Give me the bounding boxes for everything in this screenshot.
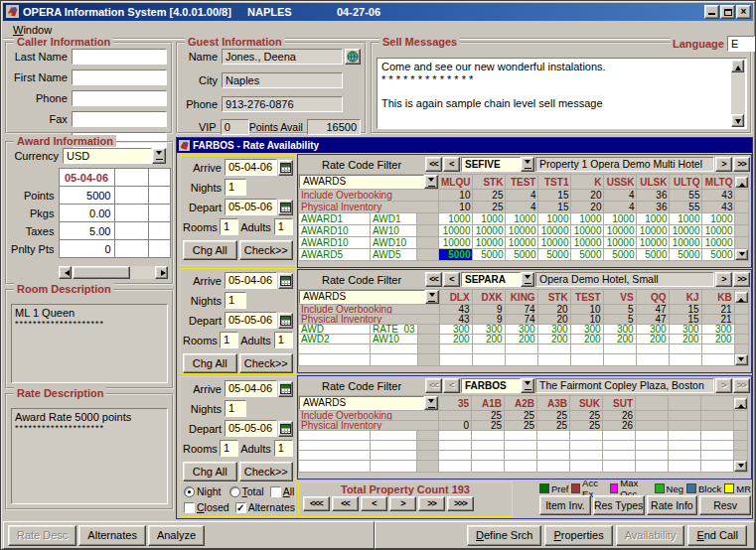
grid-cell[interactable]: 1000 xyxy=(538,213,571,225)
grid-scroll-down[interactable] xyxy=(735,249,749,261)
grid-cell[interactable]: 10 xyxy=(570,305,603,315)
check-button[interactable]: Check>> xyxy=(239,462,294,481)
grid-cell[interactable]: 43 xyxy=(702,190,735,202)
grid-cell[interactable] xyxy=(669,421,701,431)
grid-cell[interactable] xyxy=(701,451,734,461)
grid-cell[interactable]: 10000 xyxy=(571,237,604,249)
rate-name-cell[interactable] xyxy=(371,354,418,366)
grid-cell[interactable] xyxy=(537,461,570,473)
fax-field[interactable] xyxy=(72,111,167,127)
rate-desc-button[interactable]: Rate Desc xyxy=(8,525,76,546)
calendar-icon-button[interactable] xyxy=(278,200,293,215)
grid-cell[interactable] xyxy=(701,461,734,473)
grid-scroll-up[interactable] xyxy=(735,175,749,190)
dropdown-icon[interactable] xyxy=(424,396,438,410)
grid-cell[interactable]: 25 xyxy=(472,421,505,431)
grid-cell[interactable] xyxy=(603,344,636,354)
grid-cell[interactable] xyxy=(669,411,701,421)
resv-button[interactable]: Resv xyxy=(699,495,751,515)
calendar-icon-button[interactable] xyxy=(278,313,293,329)
grid-cell[interactable] xyxy=(701,344,734,354)
grid-cell[interactable]: 9 xyxy=(472,305,505,315)
grid-cell[interactable]: 200 xyxy=(505,335,537,344)
rate-name-cell[interactable] xyxy=(371,344,418,354)
chg-all-button[interactable]: Chg All xyxy=(183,353,237,373)
grid-cell[interactable] xyxy=(701,421,734,431)
grid-cell[interactable] xyxy=(505,431,537,441)
grid-cell[interactable]: 4 xyxy=(506,202,538,213)
rooms-field[interactable]: 1 xyxy=(220,332,238,348)
rate-name-cell[interactable]: AWD10 xyxy=(371,237,417,249)
grid-cell[interactable]: 300 xyxy=(537,325,570,335)
grid-cell[interactable]: 10000 xyxy=(473,225,506,237)
grid-cell[interactable] xyxy=(603,451,636,461)
grid-cell[interactable]: 300 xyxy=(505,325,537,335)
grid-cell[interactable]: 20 xyxy=(571,190,604,202)
rate-code-cell[interactable]: AWARD1 xyxy=(299,213,371,225)
grid-scroll-down[interactable] xyxy=(734,354,748,366)
grid-cell[interactable] xyxy=(636,441,669,451)
grid-cell[interactable]: 300 xyxy=(669,325,701,335)
globe-icon-button[interactable] xyxy=(345,49,361,65)
grid-cell[interactable]: 4 xyxy=(604,190,637,202)
dropdown-icon[interactable] xyxy=(152,148,166,164)
grid-cell[interactable] xyxy=(570,461,603,473)
grid-cell[interactable] xyxy=(570,441,603,451)
taxes-value[interactable]: 5.00 xyxy=(59,222,114,240)
grid-cell[interactable]: 10000 xyxy=(604,237,637,249)
grid-cell[interactable] xyxy=(472,431,505,441)
calendar-icon-button[interactable] xyxy=(278,381,293,397)
chg-all-button[interactable]: Chg All xyxy=(183,462,237,481)
grid-cell[interactable]: 25 xyxy=(505,421,537,431)
grid-cell[interactable]: 200 xyxy=(472,335,505,344)
grid-cell[interactable] xyxy=(472,344,505,354)
properties-button[interactable]: Properties xyxy=(544,525,612,546)
property-last-button[interactable]: >> xyxy=(733,272,750,287)
grid-cell[interactable] xyxy=(570,451,603,461)
property-prev-button[interactable]: < xyxy=(443,378,460,393)
grid-cell[interactable]: 9 xyxy=(472,315,505,325)
grid-cell[interactable]: 20 xyxy=(537,305,570,315)
property-combo[interactable]: FARBOS xyxy=(461,378,534,393)
property-first-button[interactable]: << xyxy=(425,157,442,172)
nights-field[interactable]: 1 xyxy=(225,179,246,196)
rate-name-cell[interactable]: RATE_03 xyxy=(371,325,418,335)
rate-name-cell[interactable]: AWD1 xyxy=(371,213,417,225)
grid-cell[interactable]: 1000 xyxy=(506,213,538,225)
property-first-button[interactable]: << xyxy=(425,378,442,393)
grid-cell[interactable] xyxy=(439,411,472,421)
grid-cell[interactable]: 300 xyxy=(636,325,669,335)
grid-cell[interactable]: 43 xyxy=(439,305,472,315)
availability-button[interactable]: Availability xyxy=(616,525,685,546)
rate-name-cell[interactable] xyxy=(371,461,417,473)
property-combo[interactable]: SEPARA xyxy=(461,272,534,287)
scroll-down-icon[interactable] xyxy=(731,114,744,127)
calendar-icon-button[interactable] xyxy=(278,421,293,437)
grid-cell[interactable] xyxy=(603,461,636,473)
grid-cell[interactable]: 15 xyxy=(669,315,701,325)
grid-cell[interactable]: 10000 xyxy=(637,225,670,237)
dropdown-icon[interactable] xyxy=(425,290,439,304)
property-next-button[interactable]: > xyxy=(715,378,732,393)
nav-prev-button[interactable]: < xyxy=(361,496,387,511)
grid-cell[interactable] xyxy=(669,441,701,451)
nav-first-button[interactable]: <<< xyxy=(303,496,330,511)
grid-cell[interactable]: 1000 xyxy=(473,213,506,225)
grid-cell[interactable] xyxy=(472,441,505,451)
rate-code-cell[interactable]: AWD xyxy=(299,325,371,335)
points-avail-field[interactable]: 16500 xyxy=(307,119,361,135)
grid-cell[interactable]: 5 xyxy=(603,305,636,315)
grid-cell[interactable] xyxy=(439,461,472,473)
grid-cell[interactable]: 20 xyxy=(537,315,570,325)
grid-cell[interactable] xyxy=(669,431,701,441)
points-value[interactable]: 5000 xyxy=(59,187,114,205)
grid-cell[interactable]: 43 xyxy=(702,202,735,213)
grid-cell[interactable]: 1000 xyxy=(604,213,637,225)
grid-cell[interactable]: 1000 xyxy=(702,213,735,225)
all-checkbox[interactable] xyxy=(270,486,281,497)
rooms-field[interactable]: 1 xyxy=(220,440,238,457)
grid-cell[interactable]: 55 xyxy=(670,202,702,213)
grid-cell[interactable]: 300 xyxy=(603,325,636,335)
grid-cell[interactable] xyxy=(669,354,701,366)
rate-name-cell[interactable] xyxy=(371,441,417,451)
